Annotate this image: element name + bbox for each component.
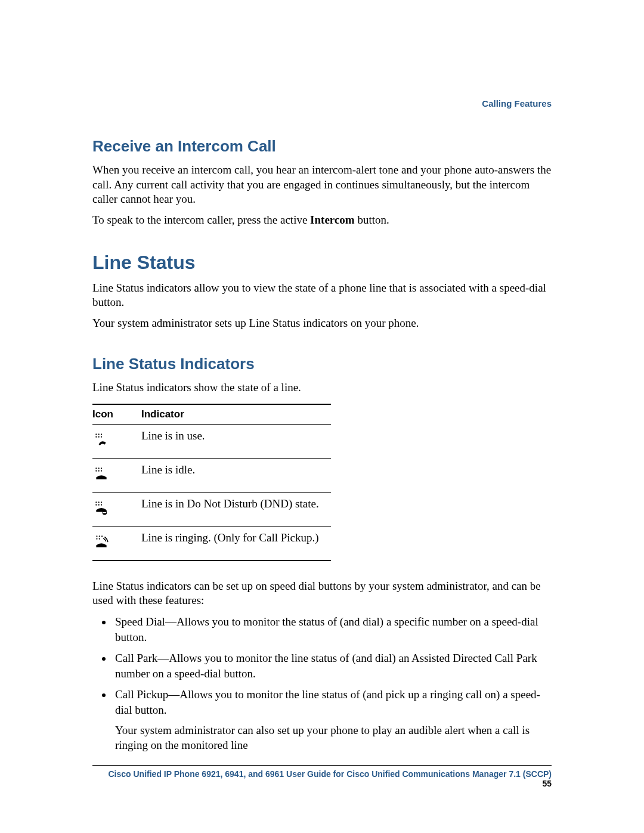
indicator-text: Line is idle. (141, 458, 331, 492)
svg-point-17 (101, 504, 102, 505)
svg-point-13 (98, 501, 100, 503)
svg-point-9 (95, 470, 97, 471)
svg-point-3 (95, 436, 97, 437)
indicators-intro: Line Status indicators show the state of… (92, 380, 552, 395)
heading-line-status: Line Status (92, 252, 552, 274)
table-row: Line is ringing. (Only for Call Pickup.) (92, 526, 331, 561)
page-footer: Cisco Unified IP Phone 6921, 6941, and 6… (92, 765, 552, 788)
svg-point-22 (101, 535, 103, 537)
svg-point-5 (101, 436, 102, 437)
intercom-paragraph-1: When you receive an intercom call, you h… (92, 163, 552, 207)
list-item: Speed Dial—Allows you to monitor the sta… (113, 614, 552, 645)
intercom-bold-word: Intercom (310, 213, 355, 226)
indicator-text: Line is in Do Not Disturb (DND) state. (141, 492, 331, 526)
line-ringing-icon (94, 534, 109, 549)
svg-point-20 (96, 535, 97, 537)
svg-point-24 (99, 538, 100, 539)
svg-point-6 (95, 467, 97, 469)
svg-rect-19 (103, 512, 106, 513)
intercom-p2-prefix: To speak to the intercom caller, press t… (92, 213, 310, 226)
svg-point-12 (95, 501, 97, 503)
svg-point-10 (98, 470, 100, 471)
table-row: Line is in use. (92, 424, 331, 458)
indicator-text: Line is in use. (141, 424, 331, 458)
svg-point-8 (101, 467, 102, 469)
intercom-paragraph-2: To speak to the intercom caller, press t… (92, 213, 552, 228)
svg-point-21 (99, 535, 100, 537)
after-table-paragraph: Line Status indicators can be set up on … (92, 579, 552, 608)
page-number: 55 (542, 779, 552, 788)
col-header-indicator: Indicator (141, 404, 331, 425)
svg-point-0 (95, 433, 97, 435)
col-header-icon: Icon (92, 404, 141, 425)
line-dnd-icon (94, 500, 109, 515)
svg-point-7 (98, 467, 100, 469)
feature-text: Call Park—Allows you to monitor the line… (115, 652, 537, 680)
feature-text: Speed Dial—Allows you to monitor the sta… (115, 615, 538, 643)
table-row: Line is in Do Not Disturb (DND) state. (92, 492, 331, 526)
svg-point-4 (98, 436, 100, 437)
line-status-paragraph-2: Your system administrator sets up Line S… (92, 316, 552, 331)
svg-point-11 (101, 470, 102, 471)
svg-point-1 (98, 433, 100, 435)
svg-point-15 (95, 504, 97, 505)
table-row: Line is idle. (92, 458, 331, 492)
svg-point-16 (98, 504, 100, 505)
svg-point-14 (101, 501, 102, 503)
svg-point-23 (96, 538, 97, 539)
feature-note: Your system administrator can also set u… (115, 723, 552, 753)
line-in-use-icon (94, 432, 109, 447)
features-list: Speed Dial—Allows you to monitor the sta… (98, 614, 552, 753)
indicator-text: Line is ringing. (Only for Call Pickup.) (141, 526, 331, 561)
feature-text: Call Pickup—Allows you to monitor the li… (115, 688, 540, 716)
footer-title: Cisco Unified IP Phone 6921, 6941, and 6… (108, 769, 552, 779)
list-item: Call Park—Allows you to monitor the line… (113, 651, 552, 681)
indicators-table: Icon Indicator Line is in use. (92, 404, 331, 561)
list-item: Call Pickup—Allows you to monitor the li… (113, 687, 552, 753)
line-idle-icon (94, 466, 109, 481)
line-status-paragraph-1: Line Status indicators allow you to view… (92, 281, 552, 310)
heading-receive-intercom: Receive an Intercom Call (92, 137, 552, 156)
heading-line-status-indicators: Line Status Indicators (92, 355, 552, 373)
svg-point-2 (101, 433, 102, 435)
intercom-p2-suffix: button. (355, 213, 389, 226)
section-label: Calling Features (92, 98, 552, 109)
